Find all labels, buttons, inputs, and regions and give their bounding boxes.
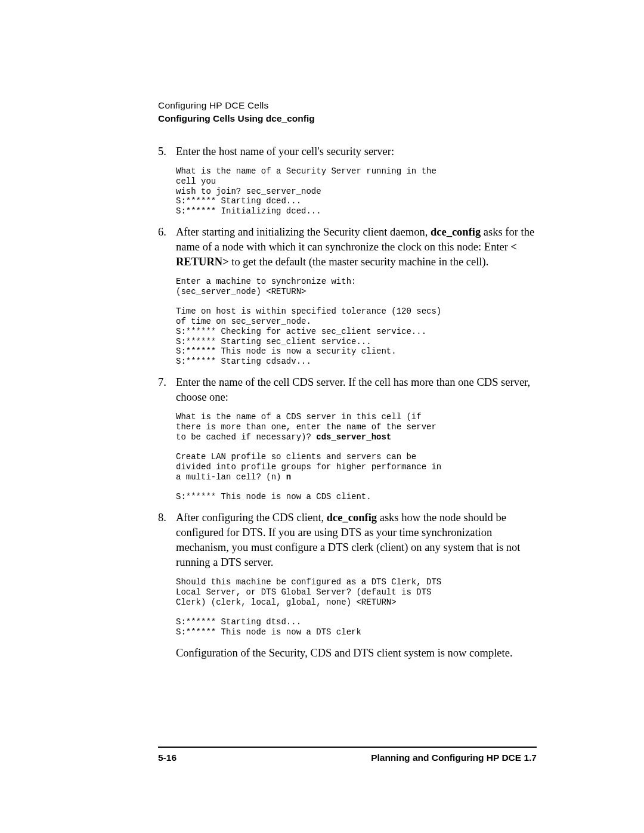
step-5: Enter the host name of your cell's secur…: [158, 144, 537, 216]
step-para: Enter the host name of your cell's secur…: [176, 145, 394, 157]
doc-title: Planning and Configuring HP DCE 1.7: [371, 753, 537, 763]
bold-text: dce_config: [431, 226, 481, 238]
page-content: Configuring HP DCE Cells Configuring Cel…: [0, 0, 644, 661]
bold-text: cds_server_host: [316, 432, 391, 442]
code-block: What is the name of a CDS server in this…: [176, 412, 537, 502]
bold-text: < RETURN>: [176, 241, 517, 268]
bold-text: n: [286, 472, 291, 482]
code-block: Should this machine be configured as a D…: [176, 577, 537, 637]
step-list: Enter the host name of your cell's secur…: [158, 144, 537, 661]
step-8: After configuring the CDS client, dce_co…: [158, 510, 537, 661]
step-7: Enter the name of the cell CDS server. I…: [158, 375, 537, 502]
running-header-chapter: Configuring HP DCE Cells: [158, 100, 537, 111]
page-footer: 5-16 Planning and Configuring HP DCE 1.7: [158, 753, 537, 763]
code-block: What is the name of a Security Server ru…: [176, 166, 537, 216]
step-para: Enter the name of the cell CDS server. I…: [176, 376, 530, 403]
footer-rule: [158, 747, 537, 748]
step-para: After starting and initializing the Secu…: [176, 226, 534, 268]
code-block: Enter a machine to synchronize with: (se…: [176, 277, 537, 367]
page-number: 5-16: [158, 753, 177, 763]
step-after-text: Configuration of the Security, CDS and D…: [176, 646, 537, 661]
step-6: After starting and initializing the Secu…: [158, 225, 537, 367]
step-para: After configuring the CDS client, dce_co…: [176, 512, 520, 568]
running-header-section: Configuring Cells Using dce_config: [158, 113, 537, 124]
bold-text: dce_config: [327, 512, 377, 524]
